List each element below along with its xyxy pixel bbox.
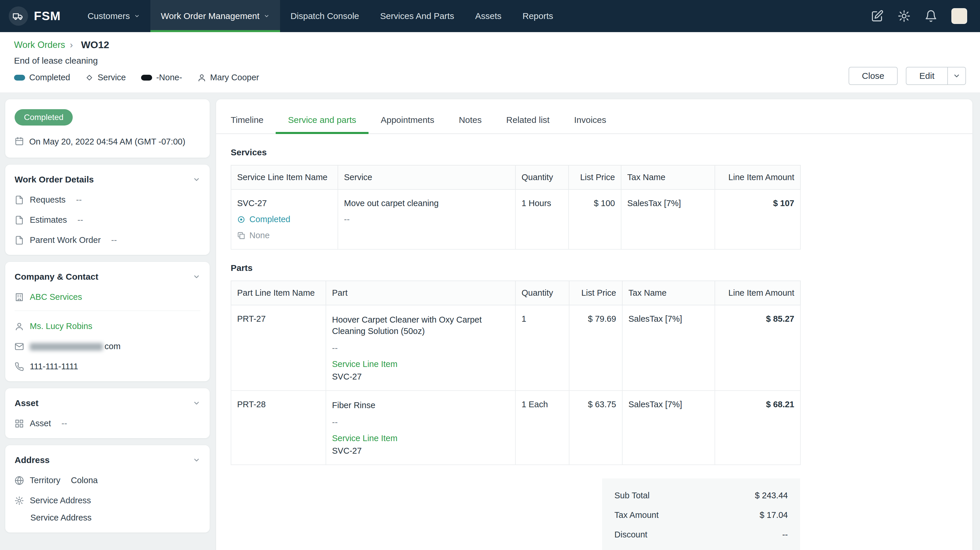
breadcrumb-work-orders-link[interactable]: Work Orders xyxy=(14,40,65,50)
summary-value: $ 17.04 xyxy=(759,510,788,520)
service-line-amount: $ 107 xyxy=(715,189,800,249)
tab-invoices[interactable]: Invoices xyxy=(562,107,619,134)
page-header: Work Orders › WO12 End of lease cleaning… xyxy=(0,32,980,93)
tax-amount-row: Tax Amount $ 17.04 xyxy=(614,510,788,520)
part-note: -- xyxy=(332,343,509,353)
work-order-subject: End of lease cleaning xyxy=(14,56,259,66)
parent-work-order-value: -- xyxy=(111,235,117,245)
part-list-price: $ 79.69 xyxy=(569,305,622,391)
card-title: Asset xyxy=(14,398,38,408)
services-header-row: Service Line Item Name Service Quantity … xyxy=(231,165,800,189)
completed-timestamp: On May 20, 2022 04:54 AM (GMT -07:00) xyxy=(14,135,200,148)
phone-row[interactable]: 111-111-1111 xyxy=(14,362,200,371)
building-icon xyxy=(14,292,24,302)
timestamp-prefix: On xyxy=(29,137,41,146)
tab-related-list[interactable]: Related list xyxy=(494,107,562,134)
work-order-details-card: Work Order Details Requests -- xyxy=(5,165,210,255)
status-chip: Completed xyxy=(14,73,70,82)
tab-notes[interactable]: Notes xyxy=(447,107,494,134)
service-note: -- xyxy=(344,215,509,224)
nav-item-customers[interactable]: Customers xyxy=(77,0,150,32)
document-icon xyxy=(14,215,24,225)
collapse-chevron-icon[interactable] xyxy=(193,273,200,281)
requests-link[interactable]: Requests xyxy=(30,195,66,205)
main-panel: Timeline Service and parts Appointments … xyxy=(216,99,972,550)
collapse-chevron-icon[interactable] xyxy=(193,399,200,407)
estimates-link[interactable]: Estimates xyxy=(30,215,67,225)
territory-row: Territory Colona xyxy=(14,475,200,485)
breadcrumb-separator: › xyxy=(70,40,73,50)
part-line-amount: $ 85.27 xyxy=(715,305,800,391)
parts-header-row: Part Line Item Name Part Quantity List P… xyxy=(231,281,800,305)
col-header: List Price xyxy=(568,165,621,189)
parent-work-order-link[interactable]: Parent Work Order xyxy=(30,235,101,245)
grid-icon xyxy=(14,419,24,428)
col-header: Tax Name xyxy=(621,165,715,189)
status-card: Completed On May 20, 2022 04:54 AM (GMT … xyxy=(5,99,210,157)
user-avatar[interactable] xyxy=(951,8,967,24)
service-gear-icon xyxy=(14,496,24,505)
settings-gear-icon[interactable] xyxy=(898,10,910,22)
asset-link[interactable]: Asset xyxy=(30,419,51,428)
part-tax-name: SalesTax [7%] xyxy=(622,305,715,391)
nav-item-assets[interactable]: Assets xyxy=(465,0,512,32)
collapse-chevron-icon[interactable] xyxy=(193,456,200,464)
col-header: Part Line Item Name xyxy=(231,281,326,305)
timestamp-value: May 20, 2022 04:54 AM (GMT -07:00) xyxy=(43,137,185,146)
edit-button[interactable]: Edit xyxy=(906,67,948,85)
asset-card: Asset Asset -- xyxy=(5,388,210,438)
edit-dropdown-button[interactable] xyxy=(948,67,966,85)
chevron-down-icon xyxy=(134,13,140,19)
compose-feedback-icon[interactable] xyxy=(871,10,884,22)
service-line-item-value: SVC-27 xyxy=(332,446,509,456)
summary-value: -- xyxy=(782,530,788,539)
territory-link[interactable]: Territory xyxy=(30,475,60,485)
estimates-row: Estimates -- xyxy=(14,215,200,225)
service-list-price: $ 100 xyxy=(568,189,621,249)
service-status[interactable]: Completed xyxy=(237,215,332,224)
technician-icon xyxy=(197,73,206,82)
part-row: PRT-28 Fiber Rinse -- Service Line Item … xyxy=(231,391,800,465)
nav-item-services-and-parts[interactable]: Services And Parts xyxy=(370,0,465,32)
contact-link[interactable]: Ms. Lucy Robins xyxy=(30,321,92,331)
nav-item-reports[interactable]: Reports xyxy=(512,0,563,32)
nav-item-work-order-management[interactable]: Work Order Management xyxy=(150,0,280,32)
territory-value: Colona xyxy=(71,475,98,485)
company-link[interactable]: ABC Services xyxy=(30,292,82,302)
brand[interactable]: FSM xyxy=(9,0,77,32)
service-row: SVC-27 Completed xyxy=(231,189,800,249)
phone-number: 111-111-1111 xyxy=(30,362,78,371)
requests-row: Requests -- xyxy=(14,195,200,205)
asset-row: Asset -- xyxy=(14,419,200,428)
service-address-link[interactable]: Service Address xyxy=(30,496,91,505)
priority-chip: -None- xyxy=(141,73,182,82)
summary-label: Tax Amount xyxy=(614,510,659,520)
service-quantity: 1 Hours xyxy=(515,189,568,249)
status-badge: Completed xyxy=(14,109,73,126)
service-line-item-link[interactable]: Service Line Item xyxy=(332,359,509,369)
card-title: Work Order Details xyxy=(14,175,94,184)
tab-service-and-parts[interactable]: Service and parts xyxy=(276,107,368,134)
notifications-bell-icon[interactable] xyxy=(924,10,937,22)
collapse-chevron-icon[interactable] xyxy=(193,176,200,183)
close-button[interactable]: Close xyxy=(849,67,898,85)
service-address-row: Service Address xyxy=(14,496,200,505)
mail-icon xyxy=(14,342,24,351)
part-row: PRT-27 Hoover Carpet Cleaner with Oxy Ca… xyxy=(231,305,800,391)
service-line-item-name: SVC-27 xyxy=(237,199,332,208)
nav-item-dispatch-console[interactable]: Dispatch Console xyxy=(280,0,370,32)
email-row[interactable]: com xyxy=(14,342,200,351)
service-line-item-value: SVC-27 xyxy=(332,372,509,382)
tab-appointments[interactable]: Appointments xyxy=(369,107,447,134)
summary-label: Sub Total xyxy=(614,491,649,501)
type-diamond-icon xyxy=(85,73,94,82)
contact-row: Ms. Lucy Robins xyxy=(14,321,200,331)
calendar-icon xyxy=(14,137,24,148)
asset-value: -- xyxy=(62,419,67,428)
type-chip: Service xyxy=(85,73,126,82)
service-line-item-link[interactable]: Service Line Item xyxy=(332,434,509,443)
col-header: Quantity xyxy=(515,165,568,189)
part-line-item-name: PRT-27 xyxy=(231,305,326,391)
tab-timeline[interactable]: Timeline xyxy=(231,107,276,134)
col-header: Line Item Amount xyxy=(715,165,800,189)
